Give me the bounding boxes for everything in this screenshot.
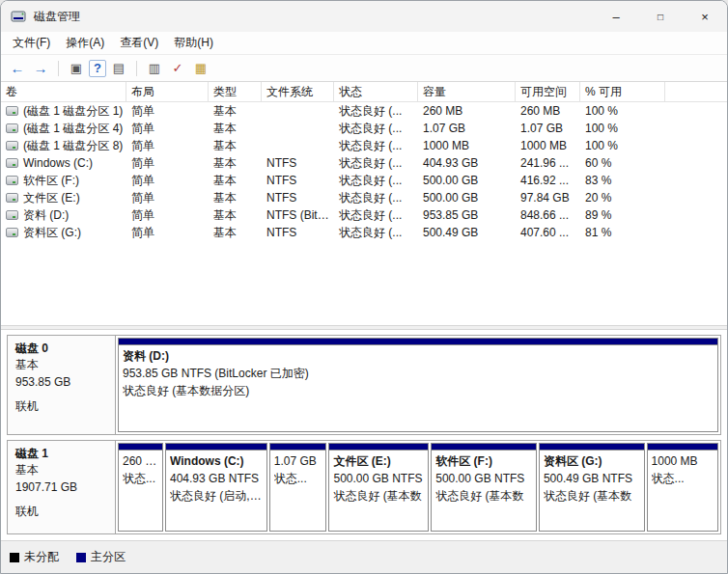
close-button[interactable]: × <box>683 1 727 32</box>
volume-type: 基本 <box>209 225 262 241</box>
console-tree-icon[interactable]: ▣ <box>66 58 87 79</box>
help-icon[interactable]: ? <box>89 60 106 77</box>
volume-row[interactable]: 软件区 (F:) 简单 基本 NTFS 状态良好 (... 500.00 GB … <box>1 172 727 189</box>
header-volume[interactable]: 卷 <box>1 82 126 101</box>
volume-type: 基本 <box>209 207 262 224</box>
disk-type: 基本 <box>15 462 107 478</box>
volume-icon <box>6 210 18 220</box>
volume-percent-free: 81 % <box>580 226 665 239</box>
volume-filesystem: NTFS <box>262 174 334 187</box>
window-controls: – □ × <box>594 1 727 32</box>
maximize-button[interactable]: □ <box>638 1 683 32</box>
volume-name: (磁盘 1 磁盘分区 1) <box>23 103 123 120</box>
volume-name: 软件区 (F:) <box>23 173 79 189</box>
volume-icon <box>6 158 18 168</box>
header-filesystem[interactable]: 文件系统 <box>262 82 334 101</box>
volume-free-space: 97.84 GB <box>516 191 580 205</box>
volume-row[interactable]: 资料区 (G:) 简单 基本 NTFS 状态良好 (... 500.49 GB … <box>1 224 727 241</box>
volume-row[interactable]: 文件区 (E:) 简单 基本 NTFS 状态良好 (... 500.00 GB … <box>1 189 727 206</box>
volume-icon <box>6 141 18 150</box>
disk-size: 1907.71 GB <box>15 479 107 496</box>
partition-system-260mb[interactable]: 260 MB 状态... <box>118 443 163 532</box>
legend-label: 主分区 <box>91 549 126 565</box>
volume-status: 状态良好 (... <box>334 138 418 154</box>
header-status[interactable]: 状态 <box>334 82 418 101</box>
header-layout[interactable]: 布局 <box>126 82 209 101</box>
toolbar-separator <box>136 61 137 76</box>
minimize-button[interactable]: – <box>594 1 638 32</box>
forward-icon[interactable]: → <box>30 58 51 79</box>
disk-name: 磁盘 0 <box>15 341 107 357</box>
volume-layout: 简单 <box>126 173 209 189</box>
primary-partition-color-swatch <box>76 553 86 562</box>
volume-layout: 简单 <box>126 138 209 154</box>
volume-row[interactable]: Windows (C:) 简单 基本 NTFS 状态良好 (... 404.93… <box>1 154 727 172</box>
toolbar: ← → ▣ ? ▤ ▥ ✓ ▦ <box>1 55 727 82</box>
header-free-space[interactable]: 可用空间 <box>516 82 580 101</box>
partition-g[interactable]: 资料区 (G:) 500.49 GB NTFS 状态良好 (基本数 <box>539 443 645 532</box>
partition-status: 状态... <box>123 470 158 487</box>
volume-capacity: 1000 MB <box>418 139 516 152</box>
header-type[interactable]: 类型 <box>209 82 262 101</box>
volume-layout: 简单 <box>126 121 209 137</box>
back-icon[interactable]: ← <box>7 58 28 79</box>
header-capacity[interactable]: 容量 <box>418 82 516 101</box>
volume-name-cell: (磁盘 1 磁盘分区 1) <box>1 103 126 120</box>
properties-icon[interactable]: ▥ <box>144 58 165 79</box>
partition-d[interactable]: 资料 (D:) 953.85 GB NTFS (BitLocker 已加密) 状… <box>118 338 718 432</box>
menu-help[interactable]: 帮助(H) <box>166 32 221 54</box>
volume-row[interactable]: (磁盘 1 磁盘分区 4) 简单 基本 状态良好 (... 1.07 GB 1.… <box>1 120 727 137</box>
partition-status: 状态... <box>274 470 322 487</box>
partition-1000mb[interactable]: 1000 MB 状态... <box>647 443 718 532</box>
partition-status: 状态良好 (基本数 <box>435 487 532 505</box>
partition-title: 资料区 (G:) <box>544 452 640 470</box>
partition-detail: 500.00 GB NTFS <box>333 470 424 487</box>
volume-name: (磁盘 1 磁盘分区 4) <box>23 121 123 137</box>
header-percent-free[interactable]: % 可用 <box>580 82 665 101</box>
volume-capacity: 500.00 GB <box>418 191 516 205</box>
menu-action[interactable]: 操作(A) <box>58 32 112 54</box>
primary-partition-strip <box>119 444 162 451</box>
partition-f[interactable]: 软件区 (F:) 500.00 GB NTFS 状态良好 (基本数 <box>431 443 537 532</box>
refresh-check-icon[interactable]: ✓ <box>167 58 188 79</box>
volume-type: 基本 <box>209 121 262 137</box>
volume-percent-free: 100 % <box>580 104 665 118</box>
disk-0-label[interactable]: 磁盘 0 基本 953.85 GB 联机 <box>8 336 116 434</box>
partition-e[interactable]: 文件区 (E:) 500.00 GB NTFS 状态良好 (基本数 <box>328 443 429 532</box>
titlebar: 磁盘管理 – □ × <box>1 1 727 32</box>
partition-1-07gb[interactable]: 1.07 GB 状态... <box>269 443 327 532</box>
action-pane-icon[interactable]: ▤ <box>108 58 129 79</box>
volume-list: 卷 布局 类型 文件系统 状态 容量 可用空间 % 可用 (磁盘 1 磁盘分区 … <box>1 82 727 325</box>
volume-icon <box>6 176 18 185</box>
help-topics-icon[interactable]: ▦ <box>190 58 211 79</box>
partition-status: 状态良好 (启动, 页 <box>170 487 263 505</box>
menu-file[interactable]: 文件(F) <box>5 32 58 54</box>
partition-status: 状态... <box>652 470 714 487</box>
volume-free-space: 260 MB <box>516 104 580 118</box>
disk-0-row: 磁盘 0 基本 953.85 GB 联机 资料 (D:) 953.85 GB N… <box>7 335 721 435</box>
volume-layout: 简单 <box>126 155 209 172</box>
volume-status: 状态良好 (... <box>334 121 418 137</box>
partition-c[interactable]: Windows (C:) 404.93 GB NTFS 状态良好 (启动, 页 <box>165 443 267 532</box>
disk-type: 基本 <box>15 357 107 373</box>
partition-detail: 500.00 GB NTFS <box>435 470 532 487</box>
partition-status: 状态良好 (基本数 <box>544 487 640 505</box>
volume-row[interactable]: (磁盘 1 磁盘分区 1) 简单 基本 状态良好 (... 260 MB 260… <box>1 102 727 120</box>
legend-primary-partition: 主分区 <box>76 549 126 565</box>
volume-row[interactable]: 资料 (D:) 简单 基本 NTFS (BitL... 状态良好 (... 95… <box>1 206 727 224</box>
menubar: 文件(F) 操作(A) 查看(V) 帮助(H) <box>1 32 727 55</box>
volume-status: 状态良好 (... <box>334 155 418 172</box>
volume-type: 基本 <box>209 155 262 172</box>
legend-label: 未分配 <box>24 549 59 565</box>
volume-row[interactable]: (磁盘 1 磁盘分区 8) 简单 基本 状态良好 (... 1000 MB 10… <box>1 137 727 154</box>
disk-management-app-icon <box>11 9 26 24</box>
volume-percent-free: 89 % <box>580 208 665 222</box>
volume-name-cell: Windows (C:) <box>1 156 126 170</box>
menu-view[interactable]: 查看(V) <box>112 32 166 54</box>
volume-layout: 简单 <box>126 207 209 224</box>
volume-free-space: 1000 MB <box>516 139 580 152</box>
disk-1-label[interactable]: 磁盘 1 基本 1907.71 GB 联机 <box>8 441 116 533</box>
volume-status: 状态良好 (... <box>334 207 418 224</box>
legend-unallocated: 未分配 <box>10 549 59 565</box>
volume-filesystem: NTFS <box>262 156 334 170</box>
